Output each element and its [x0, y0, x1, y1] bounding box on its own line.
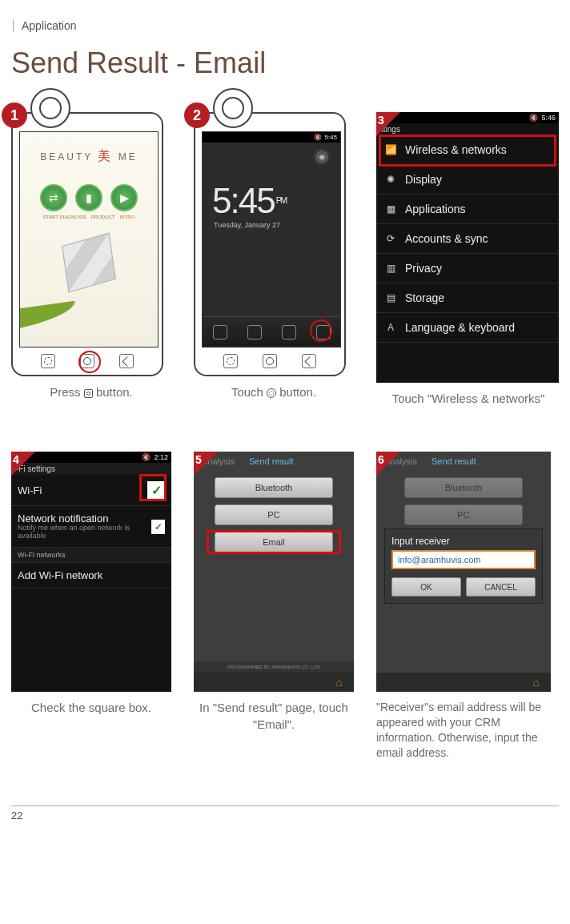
- caption-text: button.: [96, 385, 133, 399]
- step-5: 5 Analysis Send result Bluetooth PC Emai…: [194, 452, 354, 733]
- options-button[interactable]: [41, 354, 55, 368]
- step-3: 3 🔇 5:46 ttings 📶Wireless & networks ✺Di…: [376, 112, 560, 407]
- item-label: Storage: [405, 291, 444, 304]
- privacy-icon: ▥: [384, 263, 397, 274]
- gear-inline-icon: [267, 388, 276, 398]
- step-badge-2: 2: [184, 102, 210, 128]
- caption-text: button.: [279, 385, 316, 399]
- tab-send-result[interactable]: Send result: [432, 456, 476, 466]
- notif-subtitle: Notify me when an open network is availa…: [18, 524, 151, 540]
- volume-icon: 🔇: [529, 114, 538, 122]
- caption-3: Touch "Wireless & networks": [376, 391, 560, 407]
- bluetooth-button[interactable]: Bluetooth: [404, 477, 523, 498]
- display-icon: ✺: [384, 174, 397, 185]
- caption-2: Touch button.: [194, 384, 354, 400]
- step-badge-1: 1: [2, 102, 27, 128]
- item-label: Applications: [405, 203, 466, 215]
- home-icon[interactable]: ⌂: [336, 676, 343, 689]
- back-button[interactable]: [119, 354, 134, 368]
- breadcrumb: Application: [13, 19, 559, 32]
- clock-hhmm: 5:45: [212, 181, 275, 220]
- settings-panel: 3 🔇 5:46 ttings 📶Wireless & networks ✺Di…: [376, 112, 559, 383]
- add-wifi-label: Add Wi-Fi network: [18, 569, 102, 581]
- highlight-rect: [139, 474, 167, 501]
- send-result-screen: 5 Analysis Send result Bluetooth PC Emai…: [194, 452, 354, 692]
- page-number: 22: [11, 810, 22, 822]
- bluetooth-button[interactable]: Bluetooth: [215, 477, 333, 498]
- settings-item-applications[interactable]: ▦Applications: [376, 195, 559, 224]
- device-screen-1: BEAUTY 美 ME ⇄ ▮ ▶ START DIAGNOSIS PRODUC…: [19, 131, 159, 348]
- page-footer: 22: [11, 805, 559, 825]
- clock-date: Tuesday, January 27: [214, 221, 340, 229]
- tab-bar: Analysis Send result: [194, 452, 354, 471]
- step-6: 6 Analysis Send result Bluetooth PC Inpu…: [376, 452, 552, 761]
- logo-suffix: ME: [118, 151, 138, 163]
- settings-item-display[interactable]: ✺Display: [376, 165, 559, 195]
- item-label: Language & keyboard: [405, 321, 515, 334]
- device-step1: BEAUTY 美 ME ⇄ ▮ ▶ START DIAGNOSIS PRODUC…: [11, 112, 163, 376]
- tab-send-result[interactable]: Send result: [249, 456, 294, 466]
- device-screen-2: 🔇 5:45 ✺ 5:45PM Tuesday, January 27: [202, 131, 341, 348]
- start-diagnosis-icon[interactable]: ⇄: [40, 184, 67, 211]
- caption-1: Press button.: [11, 384, 171, 400]
- apps-icon: ▦: [384, 203, 397, 215]
- status-bar: 🔇 5:46: [376, 112, 559, 123]
- pc-button[interactable]: PC: [215, 504, 333, 525]
- intro-icon[interactable]: ▶: [110, 184, 138, 211]
- item-label: Accounts & sync: [405, 232, 488, 245]
- sync-icon: ⟳: [384, 233, 397, 244]
- settings-item-storage[interactable]: ▤Storage: [376, 283, 559, 313]
- settings-item-privacy[interactable]: ▥Privacy: [376, 254, 559, 283]
- settings-header: ttings: [376, 123, 559, 135]
- status-bar: 🔇 2:12: [11, 452, 171, 463]
- device-lens-icon: [213, 88, 253, 128]
- tab-bar: Analysis Send result: [376, 452, 551, 471]
- notif-title: Network notification: [18, 512, 151, 524]
- ok-button[interactable]: OK: [391, 577, 461, 597]
- label-start: START DIAGNOSIS: [43, 215, 86, 219]
- back-button[interactable]: [302, 354, 316, 368]
- logo-char: 美: [98, 149, 113, 163]
- highlight-rect: [207, 530, 341, 554]
- clock-time: 5:45PM: [212, 181, 340, 221]
- home-icon[interactable]: ⌂: [533, 676, 540, 689]
- keyboard-icon: A: [384, 322, 397, 333]
- dock-battery-icon[interactable]: [213, 325, 227, 339]
- network-notification-row[interactable]: Network notification Notify me when an o…: [11, 506, 171, 548]
- clock-ampm: PM: [276, 195, 287, 205]
- highlight-rect: [379, 135, 556, 167]
- dock-music-icon[interactable]: [282, 325, 296, 339]
- device-lens-icon: [30, 88, 70, 128]
- highlight-circle-icon: [78, 351, 101, 373]
- add-wifi-row[interactable]: Add Wi-Fi network: [11, 563, 171, 589]
- pc-button[interactable]: PC: [404, 504, 523, 525]
- app-footer: PROGRAMMED BY ARAMHUVIS CO.,LTD: [194, 661, 354, 673]
- notif-checkbox[interactable]: ✓: [151, 520, 165, 534]
- decorative-cube: [62, 233, 116, 293]
- send-result-screen-dialog: 6 Analysis Send result Bluetooth PC Inpu…: [376, 452, 551, 692]
- cancel-button[interactable]: CANCEL: [466, 577, 536, 597]
- step-badge-3: 3: [376, 112, 400, 136]
- wifi-settings-panel: 4 🔇 2:12 -Fi settings Wi-Fi ✓ Network no…: [11, 452, 171, 692]
- beauty-me-logo: BEAUTY 美 ME: [40, 148, 137, 165]
- wifi-networks-section: Wi-Fi networks: [11, 548, 171, 563]
- wifi-header: -Fi settings: [11, 463, 171, 475]
- volume-icon: 🔇: [142, 453, 151, 461]
- home-button[interactable]: [263, 354, 277, 368]
- product-icon[interactable]: ▮: [75, 184, 102, 211]
- home-inline-icon: [84, 389, 93, 398]
- dock-gallery-icon[interactable]: [247, 325, 262, 339]
- settings-item-language[interactable]: ALanguage & keyboard: [376, 313, 559, 343]
- step-badge-4: 4: [11, 452, 35, 476]
- volume-icon: 🔇: [314, 134, 322, 141]
- options-button[interactable]: [223, 354, 238, 368]
- settings-item-accounts[interactable]: ⟳Accounts & sync: [376, 224, 559, 254]
- status-time: 5:45: [324, 134, 337, 141]
- status-time: 2:12: [154, 453, 168, 461]
- step-badge-6: 6: [376, 452, 400, 476]
- caption-5: In "Send result" page, touch "Email".: [194, 700, 354, 733]
- device-step2: 🔇 5:45 ✺ 5:45PM Tuesday, January 27: [194, 112, 346, 376]
- brightness-icon[interactable]: ✺: [313, 148, 331, 166]
- receiver-email-input[interactable]: info@aramhuvis.com: [391, 550, 536, 569]
- highlight-circle-icon: [310, 319, 332, 342]
